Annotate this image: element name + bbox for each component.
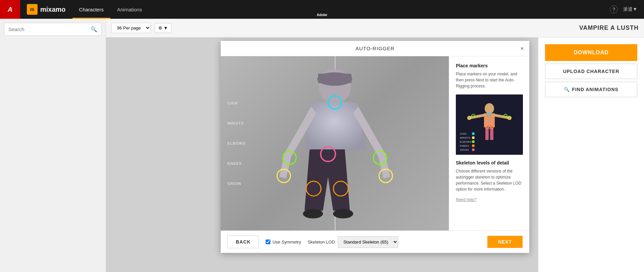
svg-text:WRISTS: WRISTS	[460, 136, 470, 139]
svg-rect-2	[318, 74, 352, 83]
nav-tabs: Characters Animations	[72, 0, 149, 19]
back-button[interactable]: BACK	[227, 235, 259, 248]
svg-text:ELBOWS: ELBOWS	[460, 140, 471, 143]
per-page-select[interactable]: 96 Per page	[111, 23, 151, 33]
modal-footer: BACK Use Symmetry Skeleton LOD Standard …	[221, 230, 529, 253]
modal-header: AUTO-RIGGER ×	[221, 41, 529, 56]
svg-point-4	[333, 209, 353, 218]
svg-point-31	[472, 136, 475, 139]
main-area: 96 Per page ⚙ ▼ VAMPIRE A LUSTH DOWNLOAD…	[106, 19, 644, 272]
modal-close-button[interactable]: ×	[520, 45, 524, 52]
modal-overlay: AUTO-RIGGER × CHIN WRISTS ELBOWS	[212, 38, 538, 272]
svg-point-29	[472, 132, 475, 135]
top-navigation: A Adobe m mixamo Characters Animations ?…	[0, 0, 644, 19]
svg-text:GROIN: GROIN	[460, 148, 469, 151]
skeleton-description: Choose different versions of the autorig…	[456, 168, 523, 192]
find-animations-button[interactable]: 🔍 FIND ANIMATIONS	[545, 82, 637, 97]
search-icon: 🔍	[564, 87, 570, 92]
right-panel: DOWNLOAD UPLOAD CHARACTER 🔍 FIND ANIMATI…	[538, 38, 644, 272]
modal-info-panel: Place markers Place markers on your mode…	[449, 56, 529, 230]
search-bar: 🔍	[4, 23, 102, 36]
download-button[interactable]: DOWNLOAD	[545, 44, 637, 61]
svg-text:CHIN: CHIN	[460, 132, 467, 135]
nav-right: ? 派遣▼	[610, 5, 644, 13]
legend-svg: CHIN WRISTS ELBOWS KNEES GROIN	[456, 94, 523, 155]
svg-point-35	[472, 144, 475, 147]
place-markers-description: Place markers on your model, and then pr…	[456, 71, 523, 89]
symmetry-checkbox[interactable]	[266, 240, 270, 244]
legend-image: CHIN WRISTS ELBOWS KNEES GROIN	[456, 94, 523, 155]
skeleton-title: Skeleton levels of detail	[456, 160, 523, 165]
modal-body: CHIN WRISTS ELBOWS KNEES GROIN	[221, 56, 529, 230]
character-name: VAMPIRE A LUSTH	[579, 24, 639, 31]
help-icon[interactable]: ?	[610, 5, 618, 13]
next-button[interactable]: NEXT	[487, 236, 523, 248]
place-markers-title: Place markers	[456, 63, 523, 68]
model-canvas: CHIN WRISTS ELBOWS KNEES GROIN	[221, 56, 449, 230]
skeleton-lod-group: Skeleton LOD Standard Skeleton (65)	[308, 236, 398, 248]
svg-point-37	[472, 148, 475, 151]
search-input[interactable]	[4, 23, 87, 36]
top-bar: 96 Per page ⚙ ▼ VAMPIRE A LUSTH	[106, 19, 644, 38]
mixamo-logo: m mixamo	[20, 4, 72, 15]
mixamo-icon: m	[27, 4, 38, 15]
left-sidebar: 🔍	[0, 19, 106, 272]
user-menu[interactable]: 派遣▼	[623, 6, 637, 12]
character-svg	[221, 56, 449, 230]
skeleton-lod-select[interactable]: Standard Skeleton (65)	[338, 236, 398, 248]
svg-text:KNEES: KNEES	[460, 144, 469, 147]
svg-point-3	[303, 209, 323, 218]
upload-character-button[interactable]: UPLOAD CHARACTER	[545, 64, 637, 79]
search-button[interactable]: 🔍	[87, 23, 101, 35]
adobe-logo: A Adobe	[0, 0, 20, 19]
need-help-link[interactable]: Need help?	[456, 197, 476, 202]
symmetry-checkbox-label: Use Symmetry	[266, 240, 301, 245]
model-container: CHIN WRISTS ELBOWS KNEES GROIN	[221, 56, 449, 230]
view-options-button[interactable]: ⚙ ▼	[155, 23, 171, 33]
auto-rigger-modal: AUTO-RIGGER × CHIN WRISTS ELBOWS	[221, 41, 529, 253]
nav-tab-characters[interactable]: Characters	[72, 0, 110, 19]
nav-tab-animations[interactable]: Animations	[110, 0, 149, 19]
svg-point-33	[472, 140, 475, 143]
modal-title: AUTO-RIGGER	[356, 46, 395, 51]
